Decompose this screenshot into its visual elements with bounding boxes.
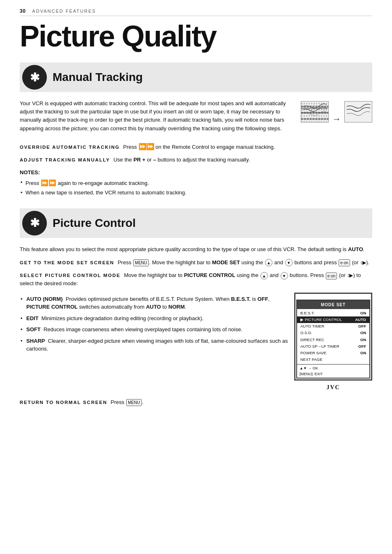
mode-item-soft: SOFT Reduces image coarseness when viewi… (20, 325, 289, 334)
manual-tracking-content: Your VCR is equipped with automatic trac… (20, 99, 372, 197)
mode-item-edit: EDIT Minimizes picture degradation durin… (20, 314, 289, 323)
noise-illustration: → (301, 99, 372, 137)
get-mode-label-line: GET TO THE MODE SET SCREEN Press MENU. M… (20, 259, 372, 267)
adjust-text: Use the PR + or – buttons to adjust the … (112, 157, 250, 163)
picture-control-intro: This feature allows you to select the mo… (20, 245, 372, 254)
mode-set-title: MODE SET (297, 300, 369, 309)
notes-title: NOTES: (20, 169, 372, 177)
mode-item-sharp: SHARP Clearer, sharper-edged picture whe… (20, 337, 289, 353)
mode-set-screen-wrapper: MODE SET B.E.S.T. ON ▶ PICTURE CONTROL A… (294, 291, 372, 394)
picture-control-title: Picture Control (53, 212, 136, 234)
manual-tracking-icon: ✱ (22, 65, 47, 90)
adjust-label-line: ADJUST TRACKING MANUALLY Use the PR + or… (20, 156, 372, 164)
enter2-button-icon: e·on (326, 272, 337, 279)
override-text: Press ⏩⏩ on the Remote Control to engage… (122, 144, 275, 150)
page-title: Picture Quality (20, 20, 372, 53)
clear-tape-svg (345, 102, 371, 121)
mode-row-best: B.E.S.T. ON (297, 310, 369, 316)
adjust-label: ADJUST TRACKING MANUALLY (20, 157, 110, 162)
get-mode-label: GET TO THE MODE SET SCREEN (20, 260, 114, 265)
note-item-1: Press ⏩⏩ again to re-engage automatic tr… (20, 178, 372, 188)
note-item-2: When a new tape is inserted, the VCR ret… (20, 189, 372, 197)
modes-container: AUTO (NORM) Provides optimised picture b… (20, 291, 372, 394)
up-nav-icon: ▲ (265, 259, 272, 266)
down2-nav-icon: ▼ (281, 272, 288, 279)
mode-row-next-page: NEXT PAGE (297, 356, 369, 363)
mode-set-screen: MODE SET B.E.S.T. ON ▶ PICTURE CONTROL A… (296, 300, 370, 379)
mode-row-power-save: POWER SAVE ON (297, 350, 369, 356)
page-section-label: ADVANCED FEATURES (32, 9, 96, 14)
select-mode-label: SELECT PICTURE CONTROL MODE (20, 273, 120, 278)
picture-control-icon: ✱ (22, 211, 47, 235)
jvc-logo: JVC (326, 381, 340, 393)
mode-row-direct-rec: DIRECT REC ON (297, 337, 369, 343)
picture-control-header: ✱ Picture Control (20, 208, 372, 238)
manual-tracking-section: ✱ Manual Tracking Your VCR is equipped w… (20, 62, 372, 197)
footer-menu-row: [MENU]: EXIT (300, 371, 367, 377)
footer-nav-row: ▲▼ → OK (300, 365, 367, 371)
return-text: Press MENU. (109, 399, 144, 405)
mode-set-screen-outer: MODE SET B.E.S.T. ON ▶ PICTURE CONTROL A… (294, 293, 372, 381)
return-label-line: RETURN TO NORMAL SCREEN Press MENU. (20, 398, 372, 406)
override-label: OVERRIDE AUTOMATIC TRACKING (20, 145, 120, 150)
page-number: 30 (20, 8, 25, 14)
return-label: RETURN TO NORMAL SCREEN (20, 400, 107, 405)
select-mode-label-line: SELECT PICTURE CONTROL MODE Move the hig… (20, 271, 372, 287)
manual-tracking-intro-text: Your VCR is equipped with automatic trac… (20, 99, 296, 137)
picture-control-content: This feature allows you to select the mo… (20, 245, 372, 406)
arrow-symbol: → (332, 112, 341, 126)
mode-set-footer: ▲▼ → OK [MENU]: EXIT (297, 364, 369, 378)
modes-list: AUTO (NORM) Provides optimised picture b… (20, 295, 289, 353)
select-mode-area: SELECT PICTURE CONTROL MODE Move the hig… (20, 271, 372, 287)
clear-tape-image (344, 101, 372, 122)
up2-nav-icon: ▲ (261, 272, 268, 279)
noise-svg (301, 102, 327, 121)
down-nav-icon: ▼ (285, 259, 293, 266)
mode-row-auto-timer: AUTO TIMER OFF (297, 323, 369, 330)
manual-tracking-header: ✱ Manual Tracking (20, 62, 372, 92)
get-mode-text: Press MENU. Move the highlight bar to MO… (116, 259, 369, 265)
manual-tracking-title: Manual Tracking (53, 67, 143, 88)
menu-button-icon: MENU (133, 259, 148, 266)
mode-row-auto-sp: AUTO SP→LP TIMER OFF (297, 343, 369, 350)
mode-row-osd: O.S.D. ON (297, 330, 369, 336)
override-label-line: OVERRIDE AUTOMATIC TRACKING Press ⏩⏩ on … (20, 142, 372, 152)
noisy-tape-image (301, 101, 329, 122)
mode-item-auto: AUTO (NORM) Provides optimised picture b… (20, 295, 289, 311)
manual-tracking-intro-area: Your VCR is equipped with automatic trac… (20, 99, 372, 137)
modes-text: AUTO (NORM) Provides optimised picture b… (20, 291, 289, 394)
enter-button-icon: e·on (339, 259, 350, 266)
mode-set-rows: B.E.S.T. ON ▶ PICTURE CONTROL AUTO AUTO … (297, 309, 369, 364)
footer-menu-text: [MENU]: EXIT (300, 371, 323, 377)
mode-row-picture-control: ▶ PICTURE CONTROL AUTO (297, 316, 369, 323)
footer-nav-text: ▲▼ → OK (300, 365, 318, 371)
picture-control-section: ✱ Picture Control This feature allows yo… (20, 208, 372, 406)
menu2-button-icon: MENU (126, 399, 141, 406)
notes-section: NOTES: Press ⏩⏩ again to re-engage autom… (20, 169, 372, 197)
page-header: 30 ADVANCED FEATURES (20, 8, 372, 16)
notes-list: Press ⏩⏩ again to re-engage automatic tr… (20, 178, 372, 197)
